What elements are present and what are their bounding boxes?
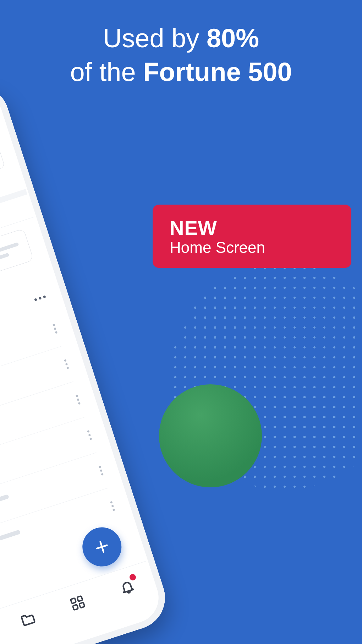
phone-mockup: 100% [0,78,173,644]
item-more-button[interactable] [87,430,92,440]
nav-apps[interactable] [65,590,90,616]
svg-rect-3 [73,605,78,610]
bottom-nav [0,561,163,644]
callout-title: NEW [170,216,351,239]
folder-icon [18,610,37,628]
item-more-button[interactable] [53,324,57,334]
section-more-button[interactable] [34,295,46,301]
grid-icon [68,594,87,612]
headline-plain-2: of the [70,57,143,87]
item-more-button[interactable] [64,359,69,369]
decorative-green-circle [159,384,262,487]
plus-icon [92,537,112,557]
promo-stage: Used by 80% of the Fortune 500 NEW Home … [0,0,362,644]
headline: Used by 80% of the Fortune 500 [0,23,362,88]
headline-bold-2: Fortune 500 [143,57,292,87]
nav-notifications[interactable] [115,574,140,600]
headline-plain-1: Used by [103,23,207,53]
headline-line-1: Used by 80% [0,23,362,54]
nav-files[interactable] [16,607,41,632]
scan-chip[interactable] [0,142,5,177]
item-more-button[interactable] [110,501,115,511]
svg-rect-2 [77,596,82,601]
bell-icon [118,577,137,596]
headline-bold-1: 80% [207,23,259,53]
headline-line-2: of the Fortune 500 [0,56,362,88]
svg-rect-1 [71,598,76,604]
card-placeholder-lines [0,241,24,262]
callout-subtitle: Home Screen [170,239,351,256]
item-more-button[interactable] [99,466,104,476]
new-home-screen-callout: NEW Home Screen [153,205,351,268]
quick-card-notebook[interactable] [0,228,34,282]
item-more-button[interactable] [76,395,81,405]
svg-rect-4 [79,602,84,608]
